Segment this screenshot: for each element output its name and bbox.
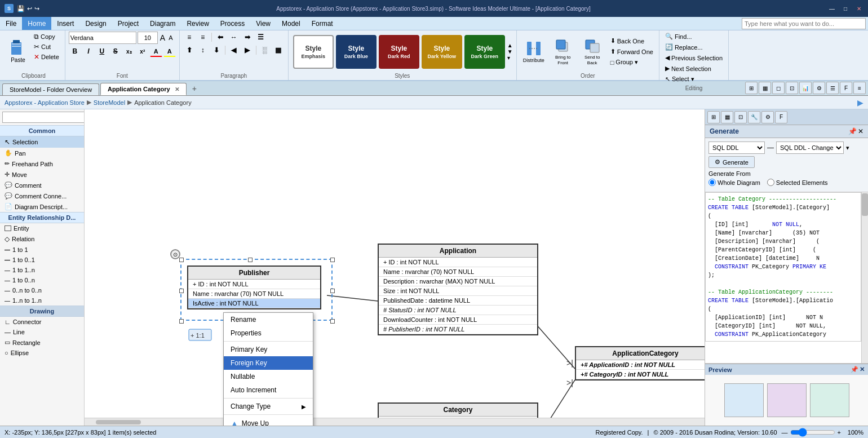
preview-thumb1[interactable]: [724, 383, 764, 417]
preview-close-icon[interactable]: ✕: [860, 366, 865, 373]
rp-icon3[interactable]: ⊡: [734, 111, 747, 123]
selected-elements-radio[interactable]: [767, 179, 774, 186]
bring-to-front-button[interactable]: Bring to Front: [550, 36, 577, 68]
zoom-in-icon[interactable]: +: [838, 429, 841, 436]
font-grow-icon[interactable]: A: [159, 32, 166, 43]
menu-review[interactable]: Review: [181, 17, 214, 30]
shading-button[interactable]: ░: [259, 45, 271, 56]
select-button[interactable]: ↖ Select ▾: [663, 74, 697, 84]
group-button[interactable]: □ Group ▾: [608, 57, 656, 67]
sidebar-item-diagram-desc[interactable]: 📄 Diagram Descript...: [0, 201, 84, 212]
underline-button[interactable]: U: [96, 46, 108, 57]
save-icon[interactable]: 💾: [17, 5, 25, 12]
add-tab-button[interactable]: +: [188, 82, 201, 95]
menu-view[interactable]: View: [250, 17, 276, 30]
bold-button[interactable]: B: [69, 46, 81, 57]
menu-file[interactable]: File: [0, 17, 22, 30]
style-darkyellow-button[interactable]: Style Dark Yellow: [422, 35, 462, 69]
sidebar-item-1nto1n[interactable]: — 1..n to 1..n: [0, 295, 84, 306]
replace-button[interactable]: 🔄 Replace...: [663, 42, 705, 52]
sidebar-item-relation[interactable]: ◇ Relation: [0, 233, 84, 245]
indent-more-button[interactable]: ▶: [241, 45, 254, 56]
rp-icon4[interactable]: 🔧: [748, 111, 760, 123]
publisher-entity[interactable]: Publisher + ID : int NOT NULL Name : nva…: [187, 266, 321, 309]
ctx-nullable[interactable]: Nullable: [224, 370, 313, 383]
ctx-auto-increment[interactable]: Auto Increment: [224, 383, 313, 397]
gen-pin-icon[interactable]: 📌: [848, 127, 857, 135]
style-darkred-button[interactable]: Style Dark Red: [379, 35, 419, 69]
gen-close-icon[interactable]: ✕: [858, 127, 863, 135]
preview-thumb2[interactable]: [767, 383, 807, 417]
tab-icon6[interactable]: ⚙: [813, 82, 825, 94]
forward-one-button[interactable]: ⬆ Forward One: [608, 47, 656, 56]
ddl-changes-select[interactable]: SQL DDL - Changes: [776, 141, 844, 154]
breadcrumb-nav-icon[interactable]: ▶: [857, 98, 863, 107]
menu-design[interactable]: Design: [79, 17, 112, 30]
tab-icon3[interactable]: ◻: [772, 82, 785, 94]
menu-insert[interactable]: Insert: [51, 17, 79, 30]
selected-elements-radio-label[interactable]: Selected Elements: [767, 179, 828, 186]
align-bottom-button[interactable]: ⬇: [210, 45, 223, 56]
menu-process[interactable]: Process: [215, 17, 250, 30]
sidebar-item-pan[interactable]: ✋ Pan: [0, 148, 84, 158]
strikethrough-button[interactable]: S: [109, 46, 122, 57]
publisher-field-isactive[interactable]: IsActive : int NOT NULL: [188, 299, 320, 308]
paste-button[interactable]: Paste: [6, 32, 30, 69]
gen-select-arrow[interactable]: ▾: [846, 144, 849, 152]
left-search-input[interactable]: [2, 112, 85, 123]
font-size-input[interactable]: [138, 32, 158, 44]
tab-icon1[interactable]: ⊞: [745, 82, 758, 94]
style-darkblue-button[interactable]: Style Dark Blue: [336, 35, 377, 69]
send-to-back-button[interactable]: Send to Back: [579, 36, 606, 68]
align-middle-button[interactable]: ↕: [197, 45, 209, 56]
sidebar-item-move[interactable]: ✛ Move: [0, 169, 84, 180]
styles-up-icon[interactable]: ▲: [507, 42, 513, 48]
tab-icon8[interactable]: F: [840, 82, 852, 94]
whole-diagram-radio[interactable]: [708, 179, 716, 186]
indent-less-button[interactable]: ◀: [228, 45, 240, 56]
sidebar-item-1to0n[interactable]: — 1 to 0..n: [0, 275, 84, 285]
delete-button[interactable]: ✕ Delete: [32, 52, 61, 62]
application-entity[interactable]: Application + ID : int NOT NULL Name : n…: [378, 244, 538, 335]
border-button[interactable]: ▦: [272, 45, 285, 56]
publisher-field-id[interactable]: + ID : int NOT NULL: [188, 280, 320, 289]
appcategory-entity[interactable]: ApplicationCategory +# ApplicationID : i…: [575, 346, 705, 381]
rp-icon1[interactable]: ⊞: [707, 111, 720, 123]
ctx-rename[interactable]: Rename: [224, 313, 313, 326]
subscript-button[interactable]: x₂: [123, 46, 135, 57]
sel-handle-tm[interactable]: [248, 258, 253, 262]
tab-icon9[interactable]: ≡: [853, 82, 866, 94]
rp-icon2[interactable]: ▦: [721, 111, 733, 123]
list-unordered-button[interactable]: ≡: [183, 32, 196, 43]
font-shrink-icon[interactable]: A: [167, 33, 174, 42]
style-darkgreen-button[interactable]: Style Dark Green: [464, 35, 505, 69]
zoom-out-icon[interactable]: —: [782, 429, 788, 436]
distribute-button[interactable]: Distribute: [520, 38, 547, 65]
app-field-desc[interactable]: Description : nvarchar (MAX) NOT NULL: [379, 277, 537, 286]
menu-model[interactable]: Model: [276, 17, 306, 30]
maximize-button[interactable]: □: [841, 4, 850, 13]
hscroll-thumb[interactable]: [96, 420, 141, 424]
italic-button[interactable]: I: [82, 46, 95, 57]
sidebar-item-1to01[interactable]: — 1 to 0..1: [0, 255, 84, 265]
back-one-button[interactable]: ⬇ Back One: [608, 36, 656, 46]
sel-handle-tr[interactable]: [330, 258, 335, 262]
align-center-button[interactable]: ↔: [228, 32, 240, 43]
app-field-size[interactable]: Size : int NOT NULL: [379, 286, 537, 296]
app-field-counter[interactable]: DownloadCounter : int NOT NULL: [379, 315, 537, 325]
tab-folder-overview[interactable]: StoreModel - Folder Overview: [2, 83, 99, 95]
whole-diagram-radio-label[interactable]: Whole Diagram: [708, 179, 760, 186]
tab-close-icon[interactable]: ✕: [175, 86, 179, 92]
align-top-button[interactable]: ⬆: [183, 45, 196, 56]
breadcrumb-appstorex[interactable]: Appstorex - Application Store: [5, 99, 85, 106]
app-field-statusid[interactable]: # StatusID : int NOT NULL: [379, 306, 537, 315]
sel-handle-ml[interactable]: [179, 289, 184, 293]
rp-icon6[interactable]: F: [775, 111, 787, 123]
style-emphasis-button[interactable]: Style Emphasis: [293, 35, 334, 69]
sidebar-item-entity[interactable]: Entity: [0, 223, 84, 233]
tab-icon4[interactable]: ⊡: [786, 82, 798, 94]
generate-button[interactable]: ⚙ Generate: [708, 156, 755, 168]
app-field-date[interactable]: PublishedDate : datetime NULL: [379, 296, 537, 306]
ctx-move-up[interactable]: ▲ Move Up: [224, 416, 313, 426]
font-color-button[interactable]: A: [150, 46, 162, 57]
